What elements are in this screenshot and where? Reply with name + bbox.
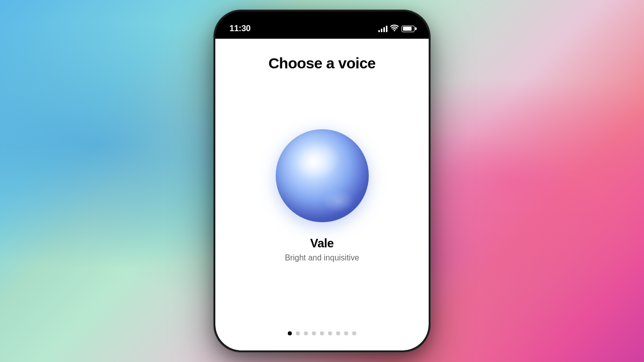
signal-icon (378, 26, 387, 32)
battery-fill (403, 27, 412, 31)
pagination-dot-4[interactable] (312, 331, 316, 335)
pagination-dot-8[interactable] (344, 331, 348, 335)
pagination-dot-2[interactable] (296, 331, 300, 335)
pagination-dot-6[interactable] (328, 331, 332, 335)
battery-icon (401, 26, 415, 32)
phone-wrapper: 11:30 (214, 10, 430, 352)
phone-frame: 11:30 (214, 10, 430, 352)
voice-name: Vale (310, 236, 334, 250)
content-area: Choose a voice Vale Bright and inquisiti… (215, 39, 429, 350)
voice-orb[interactable] (276, 129, 369, 222)
pagination-dot-7[interactable] (336, 331, 340, 335)
pagination-dot-9[interactable] (352, 331, 356, 335)
page-title-container: Choose a voice (215, 39, 429, 80)
wifi-icon (390, 25, 398, 33)
pagination-dot-3[interactable] (304, 331, 308, 335)
pagination-dot-5[interactable] (320, 331, 324, 335)
pagination-dot-1[interactable] (288, 331, 292, 335)
status-time: 11:30 (229, 24, 251, 34)
voice-description: Bright and inquisitive (285, 253, 359, 262)
pagination-dots (288, 321, 356, 350)
page-title: Choose a voice (227, 55, 417, 72)
phone-inner: 11:30 (215, 12, 429, 350)
voice-display[interactable]: Vale Bright and inquisitive (215, 80, 429, 321)
dynamic-island (292, 18, 352, 35)
status-icons (378, 25, 415, 33)
